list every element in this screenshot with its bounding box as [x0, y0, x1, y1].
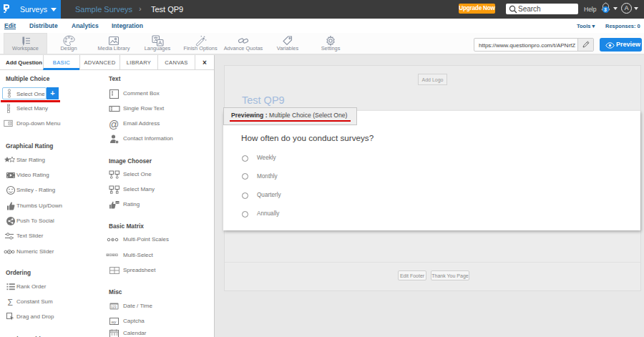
svg-text:wy: wy — [112, 319, 117, 323]
svg-text:Σ: Σ — [8, 298, 13, 308]
svg-text:@: @ — [109, 119, 119, 130]
svg-text:123: 123 — [111, 306, 117, 309]
